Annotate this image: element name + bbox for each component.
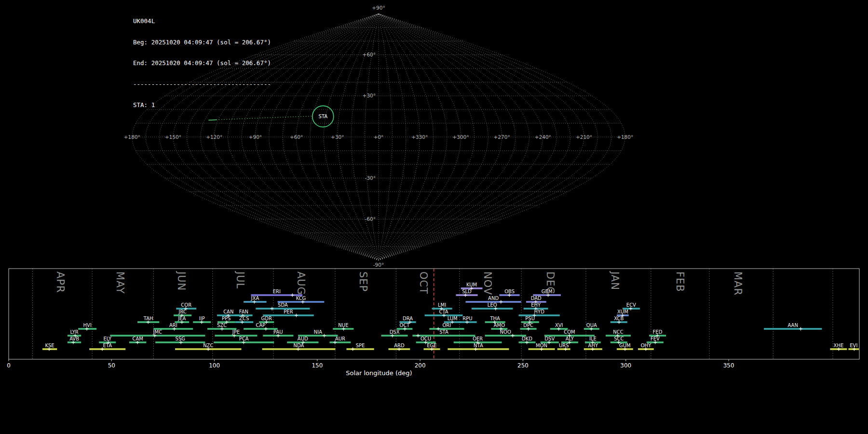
x-tick-label: 300 [620, 362, 631, 369]
shower-bar [448, 348, 509, 350]
header-divider: -------------------------------------- [133, 81, 271, 88]
longitude-label: +90° [249, 134, 262, 140]
shower-code-label: AHY [588, 343, 598, 348]
shower-bar [347, 348, 374, 350]
shower-code-label: KSE [45, 343, 54, 348]
month-label: SEP [357, 271, 369, 292]
x-axis: 050100150200250300350Solar longitude (de… [7, 359, 734, 377]
shower-code-label: XHE [834, 343, 844, 348]
longitude-label: +0° [374, 134, 384, 140]
end-time: End: 20251020 04:09:47 (sol = 206.67°) [133, 60, 271, 67]
longitude-label: +180° [617, 134, 633, 140]
shower-code-label: ERI [273, 289, 281, 294]
pole-north-label: +90° [372, 5, 385, 11]
shower-code-label: NUE [338, 323, 348, 328]
shower-code-label: AMO [494, 323, 505, 328]
shower-code-label: THA [489, 316, 500, 321]
shower-code-label: ARD [394, 343, 405, 348]
shower-code-label: PAU [273, 329, 283, 335]
shower-code-label: ECV [626, 302, 636, 308]
longitude-label: +330° [411, 134, 428, 140]
shower-code-label: EGE [427, 343, 436, 348]
longitude-label: +300° [452, 134, 469, 140]
latitude-label: +60° [363, 52, 376, 57]
shower-code-label: IIP [199, 316, 205, 321]
shower-code-label: JRC [178, 309, 187, 314]
shower-bar [330, 341, 351, 343]
month-label: FEB [674, 271, 686, 292]
shower-code-label: AUR [335, 336, 345, 341]
shower-code-label: SLD [462, 289, 472, 294]
longitude-label: +60° [290, 134, 303, 140]
shower-code-label: DPC [523, 323, 533, 328]
shower-code-label: ZCS [239, 316, 249, 321]
shower-code-label: NOO [500, 329, 511, 335]
month-label: JUN [176, 271, 187, 291]
shower-code-label: CAN [223, 309, 233, 314]
shower-code-label: FED [653, 329, 663, 335]
shower-code-label: DSV [544, 336, 555, 341]
station-id: UK004L [133, 18, 271, 25]
shower-code-label: CTA [439, 309, 448, 314]
shower-code-label: LMI [438, 302, 446, 308]
pole-south-label: -90° [373, 262, 384, 268]
shower-code-label: SDA [278, 302, 288, 308]
shower-code-label: ETA [103, 343, 112, 348]
x-tick-label: 200 [415, 362, 426, 369]
shower-code-label: SSG [176, 336, 185, 341]
shower-code-label: QUA [586, 323, 597, 328]
shower-code-label: PSU [525, 316, 535, 321]
shower-code-label: ALY [566, 336, 574, 341]
x-tick-label: 50 [108, 362, 115, 369]
x-tick-label: 100 [209, 362, 220, 369]
shower-code-label: TAH [143, 316, 153, 321]
shower-bar [256, 308, 310, 310]
shower-code-label: LEO [488, 302, 497, 308]
longitude-label: +210° [576, 134, 592, 140]
shower-code-label: FEV [651, 336, 660, 341]
shower-code-label: HVI [83, 323, 92, 328]
shower-code-label: SPE [356, 343, 365, 348]
longitude-label: +240° [535, 134, 551, 140]
shower-bar [235, 321, 253, 323]
month-label: MAR [732, 271, 744, 296]
month-label: AUG [295, 271, 307, 295]
shower-code-label: GDR [261, 316, 271, 321]
x-axis-title: Solar longitude (deg) [346, 369, 412, 377]
longitude-label: +30° [331, 134, 344, 140]
shower-code-label: EHY [531, 302, 541, 308]
shower-code-label: OHY [641, 343, 651, 348]
shower-bar [110, 335, 205, 337]
shower-code-label: OCT [400, 323, 410, 328]
shower-code-label: HYD [534, 309, 545, 314]
x-tick-label: 150 [312, 362, 323, 369]
month-label: OCT [418, 271, 429, 294]
month-label: MAY [114, 271, 126, 294]
latitude-label: -30° [365, 175, 376, 181]
shower-code-label: SZC [217, 323, 227, 328]
longitude-label: +180° [124, 134, 140, 140]
month-label: APR [54, 271, 66, 293]
shower-activity-timeline: APRMAYJUNJULAUGSEPOCTNOVDECJANFEBMARKUME… [0, 268, 868, 434]
shower-code-label: COM [564, 329, 575, 335]
shower-code-label: JEA [177, 316, 186, 321]
shower-code-label: LYR [70, 329, 78, 335]
month-labels: APRMAYJUNJULAUGSEPOCTNOVDECJANFEBMAR [54, 271, 744, 296]
shower-code-label: NCC [613, 329, 623, 335]
shower-code-label: MON [536, 343, 547, 348]
shower-code-label: AUD [298, 336, 308, 341]
shower-code-label: DSX [390, 329, 400, 335]
shower-code-label: OCU [420, 336, 431, 341]
longitude-label: +150° [165, 134, 181, 140]
shower-code-label: NTA [474, 343, 483, 348]
shower-code-label: LUM [448, 316, 458, 321]
shower-code-label: GEM [542, 289, 553, 294]
shower-code-label: JXA [251, 296, 259, 301]
shower-code-label: XCB [614, 316, 624, 321]
shower-code-label: DRA [403, 316, 413, 321]
shower-bar [519, 314, 560, 316]
sky-map: +90°-90°+60°+30°-30°-60°+180°+150°+120°+… [0, 0, 868, 268]
x-tick-label: 250 [517, 362, 529, 369]
meteor-observation-screen: UK004L Beg: 20251020 04:09:47 (sol = 206… [0, 0, 868, 434]
shower-code-label: DKD [522, 336, 532, 341]
